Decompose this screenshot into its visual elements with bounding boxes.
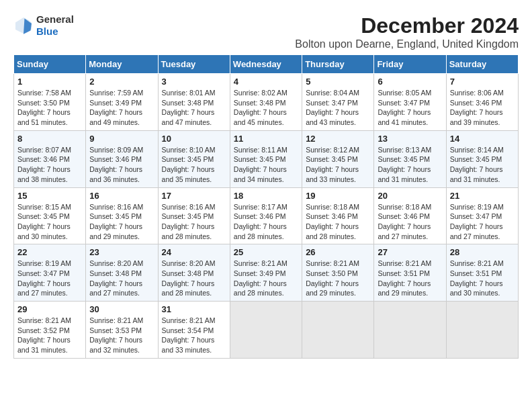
day-number: 11 bbox=[234, 134, 298, 144]
day-number: 19 bbox=[306, 191, 370, 201]
calendar-table: SundayMondayTuesdayWednesdayThursdayFrid… bbox=[13, 54, 519, 359]
calendar-cell: 7Sunrise: 8:06 AM Sunset: 3:46 PM Daylig… bbox=[446, 74, 518, 131]
day-info: Sunrise: 8:20 AM Sunset: 3:48 PM Dayligh… bbox=[89, 259, 154, 298]
day-info: Sunrise: 8:21 AM Sunset: 3:52 PM Dayligh… bbox=[17, 316, 82, 355]
day-number: 8 bbox=[17, 134, 82, 144]
dow-header: Monday bbox=[86, 55, 158, 74]
day-number: 23 bbox=[89, 247, 154, 257]
day-number: 2 bbox=[89, 77, 154, 87]
day-info: Sunrise: 8:04 AM Sunset: 3:47 PM Dayligh… bbox=[306, 88, 370, 128]
day-info: Sunrise: 8:19 AM Sunset: 3:47 PM Dayligh… bbox=[450, 202, 515, 242]
calendar-cell: 6Sunrise: 8:05 AM Sunset: 3:47 PM Daylig… bbox=[374, 74, 446, 131]
day-number: 5 bbox=[306, 77, 370, 87]
dow-header: Saturday bbox=[446, 55, 518, 74]
day-info: Sunrise: 8:21 AM Sunset: 3:54 PM Dayligh… bbox=[162, 316, 226, 355]
calendar-cell bbox=[446, 302, 518, 359]
calendar-week-row: 8Sunrise: 8:07 AM Sunset: 3:46 PM Daylig… bbox=[14, 130, 519, 187]
calendar-cell: 4Sunrise: 8:02 AM Sunset: 3:48 PM Daylig… bbox=[230, 74, 302, 131]
day-number: 24 bbox=[162, 247, 226, 257]
calendar-cell bbox=[302, 302, 374, 359]
calendar-week-row: 1Sunrise: 7:58 AM Sunset: 3:50 PM Daylig… bbox=[14, 74, 519, 131]
day-info: Sunrise: 8:09 AM Sunset: 3:46 PM Dayligh… bbox=[89, 145, 154, 185]
day-number: 21 bbox=[450, 191, 515, 201]
day-info: Sunrise: 8:11 AM Sunset: 3:45 PM Dayligh… bbox=[234, 145, 298, 185]
calendar-cell: 17Sunrise: 8:16 AM Sunset: 3:45 PM Dayli… bbox=[158, 187, 230, 244]
day-info: Sunrise: 8:21 AM Sunset: 3:50 PM Dayligh… bbox=[306, 259, 370, 298]
day-number: 31 bbox=[162, 304, 226, 314]
day-info: Sunrise: 8:05 AM Sunset: 3:47 PM Dayligh… bbox=[378, 88, 442, 128]
day-info: Sunrise: 8:18 AM Sunset: 3:46 PM Dayligh… bbox=[306, 202, 370, 242]
calendar-cell: 18Sunrise: 8:17 AM Sunset: 3:46 PM Dayli… bbox=[230, 187, 302, 244]
day-number: 1 bbox=[17, 77, 82, 87]
logo: General Blue bbox=[13, 13, 74, 38]
day-number: 9 bbox=[89, 134, 154, 144]
day-info: Sunrise: 7:58 AM Sunset: 3:50 PM Dayligh… bbox=[17, 88, 82, 128]
day-info: Sunrise: 8:02 AM Sunset: 3:48 PM Dayligh… bbox=[234, 88, 298, 128]
calendar-cell: 10Sunrise: 8:10 AM Sunset: 3:45 PM Dayli… bbox=[158, 130, 230, 187]
calendar-cell: 1Sunrise: 7:58 AM Sunset: 3:50 PM Daylig… bbox=[14, 74, 86, 131]
logo-text: General Blue bbox=[36, 13, 74, 38]
calendar-cell: 12Sunrise: 8:12 AM Sunset: 3:45 PM Dayli… bbox=[302, 130, 374, 187]
day-info: Sunrise: 8:13 AM Sunset: 3:45 PM Dayligh… bbox=[378, 145, 442, 185]
days-of-week-row: SundayMondayTuesdayWednesdayThursdayFrid… bbox=[14, 55, 519, 74]
calendar-cell: 23Sunrise: 8:20 AM Sunset: 3:48 PM Dayli… bbox=[86, 244, 158, 302]
title-block: December 2024 Bolton upon Dearne, Englan… bbox=[295, 13, 519, 50]
day-number: 28 bbox=[450, 247, 515, 257]
day-number: 15 bbox=[17, 191, 82, 201]
day-number: 10 bbox=[162, 134, 226, 144]
day-info: Sunrise: 8:01 AM Sunset: 3:48 PM Dayligh… bbox=[162, 88, 226, 128]
svg-marker-1 bbox=[24, 19, 32, 34]
calendar-cell: 3Sunrise: 8:01 AM Sunset: 3:48 PM Daylig… bbox=[158, 74, 230, 131]
day-number: 14 bbox=[450, 134, 515, 144]
day-number: 16 bbox=[89, 191, 154, 201]
dow-header: Sunday bbox=[14, 55, 86, 74]
day-info: Sunrise: 8:21 AM Sunset: 3:49 PM Dayligh… bbox=[234, 259, 298, 298]
calendar-cell bbox=[230, 302, 302, 359]
day-info: Sunrise: 8:14 AM Sunset: 3:45 PM Dayligh… bbox=[450, 145, 515, 185]
calendar-cell bbox=[374, 302, 446, 359]
day-info: Sunrise: 8:21 AM Sunset: 3:51 PM Dayligh… bbox=[450, 259, 515, 298]
calendar-cell: 15Sunrise: 8:15 AM Sunset: 3:45 PM Dayli… bbox=[14, 187, 86, 244]
day-info: Sunrise: 8:06 AM Sunset: 3:46 PM Dayligh… bbox=[450, 88, 515, 128]
day-number: 27 bbox=[378, 247, 442, 257]
day-number: 29 bbox=[17, 304, 82, 314]
calendar-body: 1Sunrise: 7:58 AM Sunset: 3:50 PM Daylig… bbox=[14, 74, 519, 359]
day-info: Sunrise: 7:59 AM Sunset: 3:49 PM Dayligh… bbox=[89, 88, 154, 128]
calendar-cell: 31Sunrise: 8:21 AM Sunset: 3:54 PM Dayli… bbox=[158, 302, 230, 359]
calendar-cell: 13Sunrise: 8:13 AM Sunset: 3:45 PM Dayli… bbox=[374, 130, 446, 187]
day-info: Sunrise: 8:12 AM Sunset: 3:45 PM Dayligh… bbox=[306, 145, 370, 185]
day-info: Sunrise: 8:16 AM Sunset: 3:45 PM Dayligh… bbox=[89, 202, 154, 242]
day-number: 22 bbox=[17, 247, 82, 257]
calendar-week-row: 29Sunrise: 8:21 AM Sunset: 3:52 PM Dayli… bbox=[14, 302, 519, 359]
logo-icon bbox=[13, 15, 34, 36]
day-info: Sunrise: 8:18 AM Sunset: 3:46 PM Dayligh… bbox=[378, 202, 442, 242]
calendar-cell: 22Sunrise: 8:19 AM Sunset: 3:47 PM Dayli… bbox=[14, 244, 86, 302]
day-info: Sunrise: 8:15 AM Sunset: 3:45 PM Dayligh… bbox=[17, 202, 82, 242]
page-subtitle: Bolton upon Dearne, England, United King… bbox=[295, 38, 519, 50]
calendar-cell: 29Sunrise: 8:21 AM Sunset: 3:52 PM Dayli… bbox=[14, 302, 86, 359]
page-title: December 2024 bbox=[295, 13, 519, 38]
header: General Blue December 2024 Bolton upon D… bbox=[13, 13, 519, 50]
day-info: Sunrise: 8:21 AM Sunset: 3:51 PM Dayligh… bbox=[378, 259, 442, 298]
calendar-week-row: 15Sunrise: 8:15 AM Sunset: 3:45 PM Dayli… bbox=[14, 187, 519, 244]
day-number: 20 bbox=[378, 191, 442, 201]
calendar-cell: 5Sunrise: 8:04 AM Sunset: 3:47 PM Daylig… bbox=[302, 74, 374, 131]
day-number: 17 bbox=[162, 191, 226, 201]
day-number: 25 bbox=[234, 247, 298, 257]
calendar-cell: 30Sunrise: 8:21 AM Sunset: 3:53 PM Dayli… bbox=[86, 302, 158, 359]
calendar-cell: 28Sunrise: 8:21 AM Sunset: 3:51 PM Dayli… bbox=[446, 244, 518, 302]
day-number: 12 bbox=[306, 134, 370, 144]
day-number: 6 bbox=[378, 77, 442, 87]
calendar-cell: 19Sunrise: 8:18 AM Sunset: 3:46 PM Dayli… bbox=[302, 187, 374, 244]
day-info: Sunrise: 8:20 AM Sunset: 3:48 PM Dayligh… bbox=[162, 259, 226, 298]
calendar-cell: 11Sunrise: 8:11 AM Sunset: 3:45 PM Dayli… bbox=[230, 130, 302, 187]
day-info: Sunrise: 8:17 AM Sunset: 3:46 PM Dayligh… bbox=[234, 202, 298, 242]
day-info: Sunrise: 8:16 AM Sunset: 3:45 PM Dayligh… bbox=[162, 202, 226, 242]
dow-header: Wednesday bbox=[230, 55, 302, 74]
day-info: Sunrise: 8:19 AM Sunset: 3:47 PM Dayligh… bbox=[17, 259, 82, 298]
day-number: 3 bbox=[162, 77, 226, 87]
day-info: Sunrise: 8:10 AM Sunset: 3:45 PM Dayligh… bbox=[162, 145, 226, 185]
calendar-cell: 20Sunrise: 8:18 AM Sunset: 3:46 PM Dayli… bbox=[374, 187, 446, 244]
day-info: Sunrise: 8:07 AM Sunset: 3:46 PM Dayligh… bbox=[17, 145, 82, 185]
calendar-cell: 26Sunrise: 8:21 AM Sunset: 3:50 PM Dayli… bbox=[302, 244, 374, 302]
